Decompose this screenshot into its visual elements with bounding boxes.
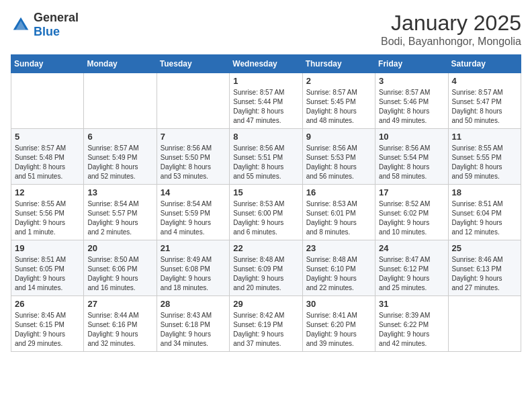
calendar-body: 1Sunrise: 8:57 AM Sunset: 5:44 PM Daylig… [11, 73, 521, 352]
calendar-cell: 17Sunrise: 8:52 AM Sunset: 6:02 PM Dayli… [375, 185, 448, 240]
day-number: 24 [379, 243, 444, 253]
weekday-header-cell: Sunday [11, 55, 84, 73]
day-number: 5 [15, 132, 80, 142]
title-block: January 2025 Bodi, Bayanhongor, Mongolia [381, 11, 521, 48]
day-number: 2 [306, 76, 371, 86]
calendar-cell: 9Sunrise: 8:56 AM Sunset: 5:53 PM Daylig… [302, 129, 375, 185]
day-number: 13 [87, 187, 152, 197]
calendar-cell: 11Sunrise: 8:55 AM Sunset: 5:55 PM Dayli… [448, 129, 521, 185]
calendar-table: SundayMondayTuesdayWednesdayThursdayFrid… [11, 54, 521, 352]
page-header: General Blue January 2025 Bodi, Bayanhon… [11, 11, 521, 48]
day-info: Sunrise: 8:56 AM Sunset: 5:50 PM Dayligh… [161, 144, 226, 181]
day-info: Sunrise: 8:55 AM Sunset: 5:55 PM Dayligh… [452, 144, 517, 181]
day-info: Sunrise: 8:48 AM Sunset: 6:10 PM Dayligh… [306, 255, 371, 293]
day-info: Sunrise: 8:52 AM Sunset: 6:02 PM Dayligh… [379, 199, 444, 237]
weekday-header-row: SundayMondayTuesdayWednesdayThursdayFrid… [11, 55, 521, 73]
day-info: Sunrise: 8:57 AM Sunset: 5:46 PM Dayligh… [379, 88, 444, 126]
day-info: Sunrise: 8:57 AM Sunset: 5:48 PM Dayligh… [15, 144, 80, 181]
calendar-cell [157, 73, 229, 129]
day-number: 26 [15, 299, 80, 309]
day-number: 19 [15, 243, 80, 253]
month-title: January 2025 [381, 11, 521, 36]
day-number: 6 [87, 132, 152, 142]
day-number: 12 [15, 187, 80, 197]
day-number: 20 [87, 243, 152, 253]
calendar-cell: 20Sunrise: 8:50 AM Sunset: 6:06 PM Dayli… [84, 240, 157, 296]
calendar-week-row: 12Sunrise: 8:55 AM Sunset: 5:56 PM Dayli… [11, 185, 521, 240]
day-info: Sunrise: 8:51 AM Sunset: 6:05 PM Dayligh… [15, 255, 80, 293]
day-number: 15 [233, 187, 298, 197]
calendar-cell: 28Sunrise: 8:43 AM Sunset: 6:18 PM Dayli… [157, 296, 229, 352]
day-info: Sunrise: 8:50 AM Sunset: 6:06 PM Dayligh… [87, 255, 152, 293]
calendar-cell: 1Sunrise: 8:57 AM Sunset: 5:44 PM Daylig… [230, 73, 302, 129]
day-info: Sunrise: 8:43 AM Sunset: 6:18 PM Dayligh… [161, 311, 226, 349]
calendar-cell: 6Sunrise: 8:57 AM Sunset: 5:49 PM Daylig… [84, 129, 157, 185]
calendar-cell: 12Sunrise: 8:55 AM Sunset: 5:56 PM Dayli… [11, 185, 84, 240]
day-number: 10 [379, 132, 444, 142]
calendar-cell: 22Sunrise: 8:48 AM Sunset: 6:09 PM Dayli… [230, 240, 302, 296]
day-info: Sunrise: 8:44 AM Sunset: 6:16 PM Dayligh… [87, 311, 152, 349]
day-number: 3 [379, 76, 444, 86]
calendar-week-row: 26Sunrise: 8:45 AM Sunset: 6:15 PM Dayli… [11, 296, 521, 352]
day-info: Sunrise: 8:39 AM Sunset: 6:22 PM Dayligh… [379, 311, 444, 349]
calendar-cell [448, 296, 521, 352]
day-info: Sunrise: 8:45 AM Sunset: 6:15 PM Dayligh… [15, 311, 80, 349]
location-title: Bodi, Bayanhongor, Mongolia [381, 36, 521, 48]
day-info: Sunrise: 8:47 AM Sunset: 6:12 PM Dayligh… [379, 255, 444, 293]
weekday-header-cell: Tuesday [157, 55, 229, 73]
calendar-cell: 27Sunrise: 8:44 AM Sunset: 6:16 PM Dayli… [84, 296, 157, 352]
day-number: 16 [306, 187, 371, 197]
day-info: Sunrise: 8:53 AM Sunset: 6:00 PM Dayligh… [233, 199, 298, 237]
calendar-cell: 10Sunrise: 8:56 AM Sunset: 5:54 PM Dayli… [375, 129, 448, 185]
day-number: 28 [161, 299, 226, 309]
calendar-cell: 3Sunrise: 8:57 AM Sunset: 5:46 PM Daylig… [375, 73, 448, 129]
day-info: Sunrise: 8:57 AM Sunset: 5:49 PM Dayligh… [87, 144, 152, 181]
logo-blue-text: Blue [34, 25, 60, 38]
day-info: Sunrise: 8:56 AM Sunset: 5:53 PM Dayligh… [306, 144, 371, 181]
logo-general-text: General [34, 11, 79, 24]
day-number: 17 [379, 187, 444, 197]
calendar-cell: 4Sunrise: 8:57 AM Sunset: 5:47 PM Daylig… [448, 73, 521, 129]
calendar-cell: 30Sunrise: 8:41 AM Sunset: 6:20 PM Dayli… [302, 296, 375, 352]
day-number: 29 [233, 299, 298, 309]
day-number: 4 [452, 76, 517, 86]
weekday-header-cell: Saturday [448, 55, 521, 73]
day-number: 21 [161, 243, 226, 253]
weekday-header-cell: Wednesday [230, 55, 302, 73]
calendar-cell [84, 73, 157, 129]
calendar-cell: 2Sunrise: 8:57 AM Sunset: 5:45 PM Daylig… [302, 73, 375, 129]
day-info: Sunrise: 8:46 AM Sunset: 6:13 PM Dayligh… [452, 255, 517, 293]
logo-icon [11, 15, 31, 35]
day-info: Sunrise: 8:53 AM Sunset: 6:01 PM Dayligh… [306, 199, 371, 237]
day-number: 9 [306, 132, 371, 142]
calendar-cell: 23Sunrise: 8:48 AM Sunset: 6:10 PM Dayli… [302, 240, 375, 296]
calendar-cell: 25Sunrise: 8:46 AM Sunset: 6:13 PM Dayli… [448, 240, 521, 296]
day-number: 30 [306, 299, 371, 309]
calendar-week-row: 5Sunrise: 8:57 AM Sunset: 5:48 PM Daylig… [11, 129, 521, 185]
day-number: 22 [233, 243, 298, 253]
weekday-header-cell: Friday [375, 55, 448, 73]
calendar-cell: 14Sunrise: 8:54 AM Sunset: 5:59 PM Dayli… [157, 185, 229, 240]
day-number: 18 [452, 187, 517, 197]
day-info: Sunrise: 8:42 AM Sunset: 6:19 PM Dayligh… [233, 311, 298, 349]
day-info: Sunrise: 8:49 AM Sunset: 6:08 PM Dayligh… [161, 255, 226, 293]
calendar-cell: 16Sunrise: 8:53 AM Sunset: 6:01 PM Dayli… [302, 185, 375, 240]
day-number: 25 [452, 243, 517, 253]
day-number: 23 [306, 243, 371, 253]
calendar-week-row: 19Sunrise: 8:51 AM Sunset: 6:05 PM Dayli… [11, 240, 521, 296]
day-info: Sunrise: 8:56 AM Sunset: 5:51 PM Dayligh… [233, 144, 298, 181]
day-info: Sunrise: 8:57 AM Sunset: 5:47 PM Dayligh… [452, 88, 517, 126]
day-info: Sunrise: 8:55 AM Sunset: 5:56 PM Dayligh… [15, 199, 80, 237]
calendar-cell: 26Sunrise: 8:45 AM Sunset: 6:15 PM Dayli… [11, 296, 84, 352]
day-info: Sunrise: 8:41 AM Sunset: 6:20 PM Dayligh… [306, 311, 371, 349]
calendar-cell [11, 73, 84, 129]
day-info: Sunrise: 8:57 AM Sunset: 5:44 PM Dayligh… [233, 88, 298, 126]
calendar-cell: 29Sunrise: 8:42 AM Sunset: 6:19 PM Dayli… [230, 296, 302, 352]
day-info: Sunrise: 8:54 AM Sunset: 5:57 PM Dayligh… [87, 199, 152, 237]
day-info: Sunrise: 8:56 AM Sunset: 5:54 PM Dayligh… [379, 144, 444, 181]
logo: General Blue [11, 11, 79, 39]
calendar-cell: 18Sunrise: 8:51 AM Sunset: 6:04 PM Dayli… [448, 185, 521, 240]
calendar-cell: 13Sunrise: 8:54 AM Sunset: 5:57 PM Dayli… [84, 185, 157, 240]
day-number: 11 [452, 132, 517, 142]
calendar-cell: 24Sunrise: 8:47 AM Sunset: 6:12 PM Dayli… [375, 240, 448, 296]
